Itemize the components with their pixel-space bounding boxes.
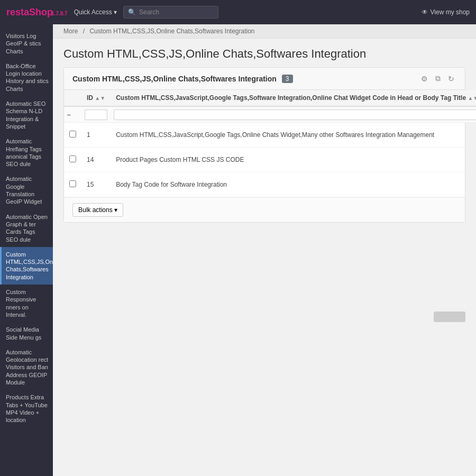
card-title: Custom HTML,CSS,JS,Online Chats,Software… [72,75,277,83]
row-1-id: 1 [81,123,111,148]
search-input[interactable] [139,8,214,16]
th-checkbox [64,90,81,106]
sidebar-item-responsive-banners[interactable]: Custom Responsive nners on Interval. [0,285,53,322]
search-box: 🔍 [123,6,218,19]
card-header: Custom HTML,CSS,JS,Online Chats,Software… [64,68,465,90]
breadcrumb: More / Custom HTML,CSS,JS,Online Chats,S… [53,24,476,39]
table-body: 1 Custom HTML,CSS,JavaScript,Google Tags… [64,123,476,197]
row-2-id: 14 [81,148,111,172]
logo-accent: resta [6,7,29,17]
scroll-indicator [434,312,465,322]
row-3-title: Body Tag Code for Software Integration [111,172,476,197]
sidebar-item-custom-html[interactable]: Custom HTML,CSS,JS,Online Chats,Software… [0,247,53,285]
bulk-actions-button[interactable]: Bulk actions ▾ [72,203,123,217]
main-card: Custom HTML,CSS,JS,Online Chats,Software… [63,67,465,223]
breadcrumb-separator: / [83,28,85,35]
table-row: 14 Product Pages Custom HTML CSS JS CODE… [64,148,476,172]
top-bar: restaShop 1.7.8.7 Quick Access ▾ 🔍 👁 Vie… [0,0,476,24]
page-title: Custom HTML,CSS,JS,Online Chats,Software… [63,47,465,61]
search-icon: 🔍 [128,8,136,16]
filter-id-cell [81,106,111,123]
row-2-title: Product Pages Custom HTML CSS JS CODE [111,148,476,172]
page-header: Custom HTML,CSS,JS,Online Chats,Software… [53,39,476,67]
bulk-actions-label: Bulk actions ▾ [78,206,117,214]
th-title[interactable]: Custom HTML,CSS,JavaScript,Google Tags,S… [111,90,476,106]
row-1-title: Custom HTML,CSS,JavaScript,Google Tags,O… [111,123,476,148]
row-3-id: 15 [81,172,111,197]
row-1-checkbox-cell [64,123,81,148]
eye-icon: 👁 [422,8,428,16]
row-2-checkbox[interactable] [69,155,76,162]
card-footer: Bulk actions ▾ [64,197,465,222]
sidebar-item-seo-schema[interactable]: Automatic SEO Schema N-LD Integration & … [0,96,53,134]
sidebar-item-geolocation[interactable]: Automatic Geolocation rect Visitors and … [0,345,53,390]
sidebar-item-google-translation[interactable]: Automatic Google Translation GeoIP Widge… [0,171,53,209]
view-my-shop-button[interactable]: 👁 View my shop [422,8,470,16]
layout: Visitors Log GeoIP & stics Charts Back-O… [0,24,476,476]
card-count-badge: 3 [282,75,293,83]
refresh-icon-button[interactable]: ↻ [446,73,456,84]
filter-title-input[interactable] [114,109,476,120]
filter-title-cell [111,106,476,123]
th-id[interactable]: ID ▲▼ [81,90,111,106]
sidebar-item-products-tabs[interactable]: Products Extra Tabs + YouTube MP4 Video … [0,390,53,427]
app-version: 1.7.8.7 [51,11,68,16]
th-id-label: ID [87,94,93,102]
settings-icon-button[interactable]: ⚙ [419,73,430,84]
row-2-checkbox-cell [64,148,81,172]
sidebar-item-open-graph[interactable]: Automatic Open Graph & ter Cards Tags SE… [0,209,53,247]
main-content: More / Custom HTML,CSS,JS,Online Chats,S… [53,24,476,476]
sidebar-item-social-media[interactable]: Social Media Side Menu gs [0,322,53,345]
card-header-actions: ⚙ ⧉ ↻ [419,73,456,84]
row-1-checkbox[interactable] [69,131,76,138]
content-bottom [53,233,476,328]
table-row: 1 Custom HTML,CSS,JavaScript,Google Tags… [64,123,476,148]
sidebar: Visitors Log GeoIP & stics Charts Back-O… [0,24,53,476]
filter-id-input[interactable] [85,109,107,120]
row-3-checkbox-cell [64,172,81,197]
top-bar-right: 👁 View my shop [422,8,470,16]
breadcrumb-current: Custom HTML,CSS,JS,Online Chats,Software… [89,28,254,35]
view-my-shop-label: View my shop [431,8,470,16]
breadcrumb-parent[interactable]: More [63,28,78,35]
filter-dash: – [67,111,71,118]
sort-id-icon: ▲▼ [95,95,105,101]
logo-main: Shop [29,7,53,17]
row-3-checkbox[interactable] [69,180,76,187]
table-row: 15 Body Tag Code for Software Integratio… [64,172,476,197]
filter-checkbox-cell: – [64,106,81,123]
sort-title-icon: ▲▼ [468,95,476,101]
sidebar-item-back-office[interactable]: Back-Office Login location History and s… [0,59,53,96]
logo: restaShop 1.7.8.7 [6,7,68,18]
data-table: ID ▲▼ Custom HTML,CSS,JavaScript,Google … [64,90,476,197]
th-title-label: Custom HTML,CSS,JavaScript,Google Tags,S… [116,94,466,102]
quick-access-button[interactable]: Quick Access ▾ [74,8,117,16]
sidebar-item-visitors-log[interactable]: Visitors Log GeoIP & stics Charts [0,29,53,59]
export-icon-button[interactable]: ⧉ [433,73,443,84]
sidebar-item-hreflang[interactable]: Automatic Hreflang Tags anonical Tags SE… [0,134,53,171]
